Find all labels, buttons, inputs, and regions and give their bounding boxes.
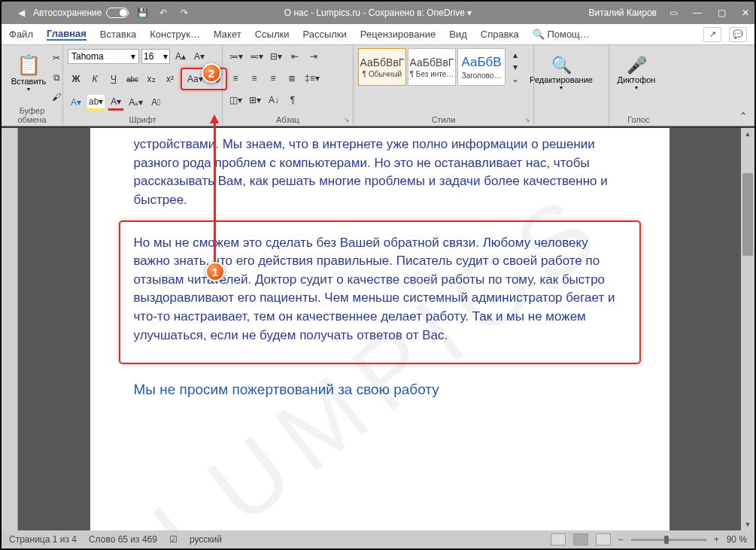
ribbon-options-icon[interactable]: ▭ <box>667 8 679 18</box>
nav-left-icon[interactable]: ◀ <box>14 5 29 20</box>
align-left-button[interactable]: ≡ <box>227 70 244 87</box>
increase-indent-button[interactable]: ⇥ <box>305 48 322 65</box>
strike-button[interactable]: abc <box>124 71 141 87</box>
vertical-scrollbar[interactable]: ▲ ▼ <box>741 128 754 530</box>
sort-button[interactable]: A↓ <box>266 92 282 108</box>
print-layout-button[interactable] <box>573 533 588 545</box>
tab-insert[interactable]: Вставка <box>100 29 136 40</box>
line-spacing-button[interactable]: ‡≡▾ <box>302 70 322 87</box>
zoom-out-button[interactable]: − <box>618 534 624 545</box>
decrease-indent-button[interactable]: ⇤ <box>287 48 303 65</box>
numbering-button[interactable]: ≕▾ <box>247 48 266 65</box>
style-nospacing[interactable]: АаБбВвГ ¶ Без инте… <box>408 48 456 86</box>
mic-icon: 🎤 <box>627 56 647 75</box>
borders-button[interactable]: ⊞▾ <box>247 92 263 108</box>
comments-button[interactable]: 💬 <box>729 27 747 42</box>
collapse-ribbon-button[interactable]: ⌃ <box>735 108 751 124</box>
text-effects-button[interactable]: A▾ <box>68 94 84 111</box>
shading-button[interactable]: ◫▾ <box>227 92 244 108</box>
document-view[interactable]: LUMPICS устройствами. Мы знаем, что в ин… <box>18 128 741 530</box>
show-marks-button[interactable]: ¶ <box>284 92 301 108</box>
style-heading1[interactable]: АаБбВ Заголово… <box>457 48 506 86</box>
tab-home[interactable]: Главная <box>47 28 87 41</box>
dictate-button[interactable]: 🎤 Диктофон ▾ <box>614 48 659 98</box>
paragraph-group-label: Абзац <box>227 115 348 124</box>
tab-layout[interactable]: Макет <box>214 29 241 40</box>
page[interactable]: LUMPICS устройствами. Мы знаем, что в ин… <box>90 128 669 530</box>
redo-icon[interactable]: ↷ <box>177 5 192 20</box>
highlight-button[interactable]: ab▾ <box>87 94 105 111</box>
font-color-button[interactable]: A▾ <box>108 94 124 111</box>
annotation-marker-1: 1 <box>205 262 225 281</box>
tab-design[interactable]: Конструк… <box>150 29 200 40</box>
style-normal[interactable]: АаБбВвГ ¶ Обычный <box>358 48 406 86</box>
styles-down-button[interactable]: ▾ <box>507 61 524 73</box>
align-right-button[interactable]: ≡ <box>265 70 281 87</box>
vertical-ruler[interactable] <box>2 128 18 530</box>
styles-up-button[interactable]: ▴ <box>507 49 524 61</box>
close-icon[interactable]: ✕ <box>739 8 751 18</box>
tab-view[interactable]: Вид <box>449 29 467 40</box>
scroll-up-icon[interactable]: ▲ <box>741 128 754 140</box>
grow-font-button[interactable]: A▴ <box>172 48 189 65</box>
char-shading-button[interactable]: Aₐ▾ <box>126 94 145 111</box>
spellcheck-icon[interactable]: ☑ <box>169 534 178 545</box>
cut-button[interactable]: ✂ <box>48 50 65 66</box>
language-status[interactable]: русский <box>190 534 222 545</box>
clipboard-group-label: Буфер обмена <box>6 106 58 124</box>
styles-launcher[interactable]: ↘ <box>524 116 530 123</box>
read-mode-button[interactable] <box>551 533 566 545</box>
multilevel-button[interactable]: ⊟▾ <box>268 48 284 65</box>
page-status[interactable]: Страница 1 из 4 <box>9 534 77 545</box>
tab-review[interactable]: Рецензирование <box>360 29 436 40</box>
tab-references[interactable]: Ссылки <box>255 29 290 40</box>
superscript-button[interactable]: x² <box>162 71 178 87</box>
para-launcher[interactable]: ↘ <box>344 116 350 123</box>
editing-button[interactable]: 🔍 Редактирование ▾ <box>539 48 584 98</box>
zoom-level[interactable]: 90 % <box>727 534 747 545</box>
scroll-down-icon[interactable]: ▼ <box>741 518 754 530</box>
tab-file[interactable]: Файл <box>9 29 33 40</box>
format-painter-button[interactable]: 🖌 <box>48 89 65 105</box>
scroll-thumb[interactable] <box>742 173 753 256</box>
tab-mailings[interactable]: Рассылки <box>302 29 346 40</box>
autosave-toggle[interactable] <box>106 8 129 18</box>
doc-title[interactable]: О нас - Lumpics.ru - Сохранено в: OneDri… <box>284 8 472 18</box>
justify-button[interactable]: ≣ <box>284 70 300 87</box>
shrink-font-button[interactable]: A▾ <box>191 48 208 65</box>
copy-button[interactable]: ⧉ <box>48 69 65 86</box>
align-center-button[interactable]: ≡ <box>246 70 263 87</box>
workspace: LUMPICS устройствами. Мы знаем, что в ин… <box>2 128 754 530</box>
italic-button[interactable]: К <box>87 71 103 87</box>
font-size-combo[interactable]: 16▾ <box>141 49 170 64</box>
bold-button[interactable]: Ж <box>68 71 84 87</box>
subscript-button[interactable]: x₂ <box>143 71 159 87</box>
user-name[interactable]: Виталий Каиров <box>588 8 657 18</box>
word-count[interactable]: Слово 65 из 469 <box>89 534 157 545</box>
statusbar: Страница 1 из 4 Слово 65 из 469 ☑ русски… <box>2 530 754 548</box>
bullets-button[interactable]: ≔▾ <box>227 48 245 65</box>
paragraph[interactable]: устройствами. Мы знаем, что в интернете … <box>134 135 626 210</box>
enclose-chars-button[interactable]: A⃝ <box>147 94 164 111</box>
font-name-combo[interactable]: Tahoma▾ <box>68 49 139 64</box>
paragraph[interactable]: Но мы не сможем это сделать без Вашей об… <box>134 234 626 345</box>
ribbon-tabs: Файл Главная Вставка Конструк… Макет Ссы… <box>2 24 754 45</box>
undo-icon[interactable]: ↶ <box>156 5 171 20</box>
zoom-slider[interactable] <box>631 539 706 541</box>
zoom-in-button[interactable]: + <box>714 534 719 545</box>
tab-help[interactable]: Справка <box>481 29 519 40</box>
save-icon[interactable]: 💾 <box>135 5 150 20</box>
heading[interactable]: Мы не просим пожертвований за свою работ… <box>134 379 626 400</box>
paste-button[interactable]: 📋 Вставить ▾ <box>6 48 51 98</box>
share-button[interactable]: ↗ <box>703 27 721 42</box>
clipboard-icon: 📋 <box>17 53 41 77</box>
maximize-icon[interactable]: ▢ <box>715 8 727 18</box>
underline-button[interactable]: Ч <box>105 71 122 87</box>
search-icon: 🔍 <box>551 56 572 75</box>
minimize-icon[interactable]: — <box>691 8 703 18</box>
tab-search[interactable]: 🔍 Помощ… <box>533 29 590 40</box>
styles-more-button[interactable]: ⌄ <box>507 73 524 85</box>
selection-highlight: Но мы не сможем это сделать без Вашей об… <box>119 220 641 365</box>
web-layout-button[interactable] <box>596 533 611 545</box>
titlebar: ◀ Автосохранение 💾 ↶ ↷ О нас - Lumpics.r… <box>2 2 754 24</box>
